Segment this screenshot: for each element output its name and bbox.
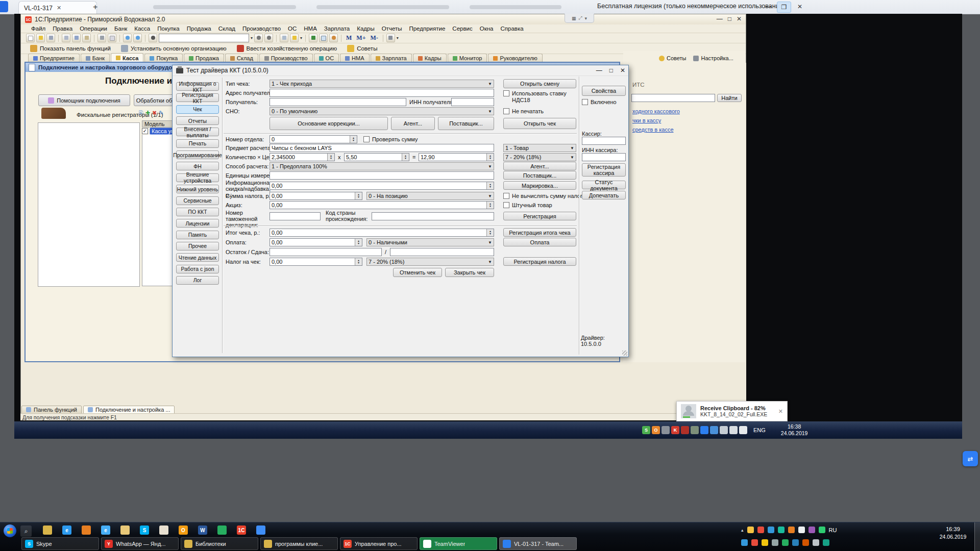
tray-icon[interactable] <box>691 426 699 434</box>
supplier-button[interactable]: Поставщик... <box>438 117 494 130</box>
cashier-registration-button[interactable]: Регистрация кассира <box>582 163 626 177</box>
marking-button[interactable]: Маркировка... <box>503 181 576 190</box>
tray-icon[interactable]: O <box>652 426 660 434</box>
change-input[interactable] <box>390 248 494 256</box>
open-receipt-button[interactable]: Открыть чек <box>503 118 576 129</box>
agent-button[interactable]: Агент... <box>391 117 435 130</box>
dialog-close-icon[interactable]: ✕ <box>620 67 625 74</box>
total-registration-button[interactable]: Регистрация итога чека <box>503 228 576 237</box>
remainder-input[interactable] <box>270 248 382 256</box>
cashier-input[interactable] <box>582 137 626 145</box>
remote-language-indicator[interactable]: ENG <box>753 427 766 433</box>
tray-icon[interactable] <box>741 539 748 546</box>
tray-icon[interactable] <box>808 527 815 533</box>
connection-assistant-button[interactable]: Помощник подключения <box>38 94 130 106</box>
pinned-app-icon[interactable] <box>40 524 55 536</box>
action-button[interactable]: Показать панель функций <box>26 45 115 52</box>
menu-item[interactable]: ОС <box>285 26 300 32</box>
tray-icon[interactable] <box>788 527 795 533</box>
payment-type-combo[interactable]: 0 - Наличными▼ <box>366 238 494 246</box>
new-document-icon[interactable] <box>26 34 35 42</box>
tray-icon[interactable] <box>762 539 768 546</box>
remote-clock[interactable]: 16:38 24.06.2019 <box>781 423 808 437</box>
person-icon[interactable] <box>329 34 338 42</box>
delete-item-icon[interactable]: ✖ <box>152 110 157 116</box>
close-window-button[interactable]: ✕ <box>793 2 806 12</box>
tray-icon[interactable] <box>710 426 718 434</box>
method-combo[interactable]: 1 - Предоплата 100%▼ <box>270 162 494 170</box>
print-more-button[interactable]: Допечатать <box>582 191 626 199</box>
model-checkbox[interactable]: ✓ <box>142 128 148 134</box>
teamviewer-session-tab[interactable]: VL-01-317 ✕ <box>18 1 97 14</box>
advice-link[interactable]: ходного кассового <box>632 108 680 114</box>
check-sum-checkbox[interactable]: Проверять сумму <box>363 136 418 143</box>
section-tab[interactable]: Склад <box>225 54 258 62</box>
menu-item[interactable]: Банк <box>111 26 130 32</box>
tools-dropdown-icon[interactable]: ▾ <box>397 36 399 40</box>
copy-icon[interactable] <box>72 34 81 42</box>
search-icon[interactable]: ⌕ <box>20 525 32 537</box>
menu-item[interactable]: Зарплата <box>321 26 353 32</box>
search-combobox[interactable] <box>159 34 249 42</box>
taskbar-app-button[interactable]: S Skype <box>21 537 99 550</box>
find-next-icon[interactable] <box>254 34 263 42</box>
pinned-app-icon[interactable] <box>79 524 94 536</box>
tray-icon[interactable] <box>729 426 738 434</box>
sidebar-button[interactable]: Лог <box>176 276 219 285</box>
section-tab[interactable]: Покупка <box>144 54 183 62</box>
help-icon[interactable] <box>290 34 299 42</box>
agent2-button[interactable]: Агент... <box>503 162 576 170</box>
quantity-input[interactable]: 2,345000▴▾ <box>270 153 335 161</box>
receipt-tax-input[interactable]: 0,00▴▾ <box>270 258 362 266</box>
tray-icon[interactable]: S <box>642 426 650 434</box>
calendar-icon[interactable] <box>319 34 328 42</box>
recipient-address-input[interactable] <box>270 89 494 97</box>
customs-input[interactable] <box>270 212 321 220</box>
section-tab[interactable]: Монитор <box>448 54 487 62</box>
menu-item[interactable]: Производство <box>239 26 284 32</box>
onec-minimize-icon[interactable]: — <box>717 15 723 22</box>
tray-icon[interactable] <box>720 426 728 434</box>
find-button[interactable]: Найти <box>717 94 742 102</box>
advice-link[interactable]: средств в кассе <box>632 127 674 133</box>
department-input[interactable]: 0▴▾ <box>270 135 357 143</box>
tips-button[interactable]: Советы <box>659 55 686 61</box>
teamviewer-side-panel-toggle[interactable]: ⇄ <box>963 451 978 466</box>
menu-item[interactable]: Окна <box>477 26 497 32</box>
close-tab-icon[interactable]: ✕ <box>57 5 61 11</box>
sidebar-button[interactable]: Работа с json <box>176 265 219 273</box>
fiscal-device-list[interactable] <box>38 122 140 287</box>
notification-close-icon[interactable]: ✕ <box>778 408 783 415</box>
sidebar-button[interactable]: Программирование <box>176 151 219 159</box>
help-dropdown-icon[interactable]: ▾ <box>300 36 302 40</box>
menu-item[interactable]: Справка <box>497 26 526 32</box>
language-indicator[interactable]: RU <box>829 527 837 533</box>
pinned-app-icon[interactable] <box>214 524 230 536</box>
tray-icon[interactable] <box>739 426 747 434</box>
receipt-tax-rate-combo[interactable]: 7 - 20% (18%)▼ <box>366 258 494 266</box>
correction-basis-button[interactable]: Основание коррекции... <box>270 117 388 130</box>
sidebar-button[interactable]: Нижний уровень <box>176 185 219 193</box>
menu-item[interactable]: Склад <box>215 26 238 32</box>
tray-icon[interactable] <box>681 426 689 434</box>
pinned-app-icon[interactable] <box>117 524 133 536</box>
dialog-minimize-icon[interactable]: — <box>596 67 602 74</box>
taskbar-app-button[interactable]: Y WhatsApp — Янд... <box>101 537 179 550</box>
open-document-icon[interactable] <box>36 34 45 42</box>
tray-icon[interactable] <box>782 539 789 546</box>
supplier2-button[interactable]: Поставщик... <box>503 171 576 180</box>
action-button[interactable]: Советы <box>343 45 381 52</box>
section-tab[interactable]: Производство <box>259 54 313 62</box>
sidebar-button[interactable]: ПО ККТ <box>176 208 219 216</box>
tray-icon[interactable]: K <box>671 426 679 434</box>
recipient-inn-input[interactable] <box>451 98 494 106</box>
edit-item-icon[interactable]: ✎ <box>159 110 163 116</box>
section-tab[interactable]: Банк <box>81 54 110 62</box>
clock[interactable]: 16:39 24.06.2019 <box>934 525 972 541</box>
mdi-window-tab[interactable]: Подключение и настройка ... <box>83 406 175 414</box>
total-input[interactable]: 0,00▴▾ <box>270 229 494 237</box>
recipient-input[interactable] <box>270 98 406 106</box>
menu-item[interactable]: Операции <box>77 26 110 32</box>
section-tab[interactable]: Касса <box>111 53 143 62</box>
line-total-input[interactable]: 12,90▴▾ <box>419 153 494 161</box>
